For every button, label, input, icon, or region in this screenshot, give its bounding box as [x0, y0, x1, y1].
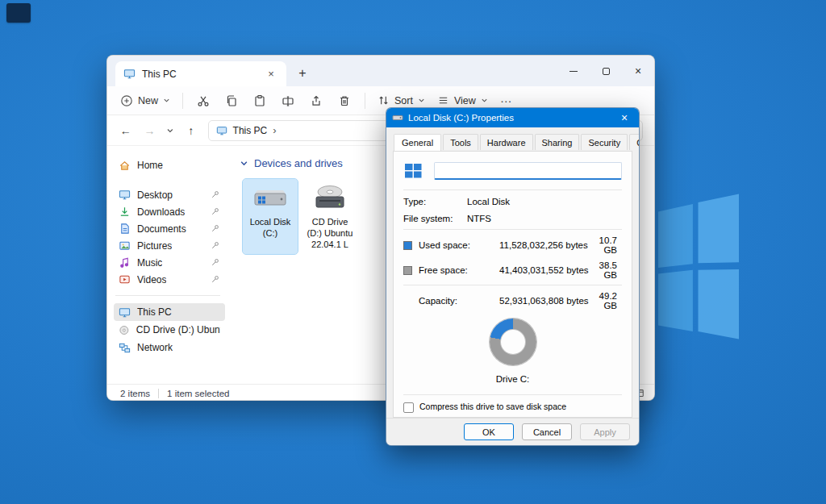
- maximize-button[interactable]: [590, 56, 622, 86]
- sidebar-item-this-pc[interactable]: This PC: [114, 303, 225, 321]
- sidebar-item-downloads[interactable]: Downloads: [114, 203, 225, 220]
- view-button[interactable]: View: [437, 94, 488, 106]
- type-value: Local Disk: [467, 197, 510, 206]
- breadcrumb-chevron[interactable]: ›: [273, 124, 276, 136]
- cut-button[interactable]: [195, 93, 211, 109]
- navigation-pane: Home Desktop Downloads: [107, 146, 228, 384]
- paste-button[interactable]: [252, 93, 268, 109]
- tab-hardware[interactable]: Hardware: [480, 134, 533, 150]
- tab-tools[interactable]: Tools: [443, 134, 478, 150]
- chevron-down-icon: [163, 97, 170, 104]
- pin-icon[interactable]: [210, 257, 220, 268]
- sort-button[interactable]: Sort: [378, 94, 425, 106]
- free-size: 38.5 GB: [594, 260, 622, 280]
- checkbox-box[interactable]: [403, 402, 414, 413]
- status-item-count: 2 items: [120, 389, 150, 398]
- recent-locations-icon[interactable]: [166, 127, 174, 135]
- status-selection: 1 item selected: [167, 389, 229, 398]
- pin-icon[interactable]: [210, 206, 220, 217]
- more-options-button[interactable]: …: [500, 91, 513, 105]
- videos-icon: [119, 273, 131, 285]
- sidebar-item-desktop[interactable]: Desktop: [114, 186, 225, 203]
- view-button-label: View: [454, 95, 476, 106]
- compress-checkbox-row[interactable]: Compress this drive to save disk space: [394, 398, 632, 414]
- sidebar-item-music[interactable]: Music: [114, 254, 225, 271]
- sidebar-item-network[interactable]: Network: [114, 339, 225, 356]
- music-icon: [119, 256, 131, 269]
- dialog-tabs: General Tools Hardware Sharing Security …: [394, 134, 640, 150]
- sidebar-item-pictures[interactable]: Pictures: [114, 237, 225, 254]
- volume-icon: [403, 161, 424, 181]
- usage-donut: [490, 319, 536, 365]
- volume-label-input[interactable]: [434, 162, 622, 180]
- rename-icon: [282, 94, 294, 107]
- copy-icon: [225, 94, 238, 107]
- back-button[interactable]: ←: [119, 124, 133, 137]
- capacity-row: Capacity: 52,931,063,808 bytes 49.2 GB: [394, 288, 632, 313]
- chevron-down-icon: [240, 159, 248, 168]
- breadcrumb-location[interactable]: This PC: [233, 125, 268, 136]
- desktop-icon[interactable]: [6, 3, 31, 23]
- filesystem-row: File system: NTFS: [394, 210, 632, 227]
- dialog-footer: OK Cancel Apply: [386, 418, 639, 445]
- status-divider: [158, 389, 159, 398]
- new-tab-button[interactable]: +: [293, 64, 312, 83]
- cd-drive-tile[interactable]: CD Drive (D:) Ubuntu 22.04.1 L: [302, 179, 357, 254]
- tab-quota[interactable]: Quota: [629, 134, 640, 150]
- chevron-down-icon: [481, 97, 488, 104]
- toolbar-divider: [365, 93, 365, 109]
- drive-icon: [392, 113, 403, 123]
- sidebar-item-videos[interactable]: Videos: [114, 271, 225, 288]
- apply-button[interactable]: Apply: [580, 423, 630, 440]
- cancel-button[interactable]: Cancel: [522, 423, 572, 440]
- space-swatch: [403, 266, 412, 275]
- network-icon: [119, 342, 131, 354]
- pin-icon[interactable]: [210, 240, 220, 251]
- pin-icon[interactable]: [210, 190, 220, 200]
- paste-icon: [253, 94, 266, 107]
- tab-sharing[interactable]: Sharing: [535, 134, 580, 150]
- sidebar-item-documents[interactable]: Documents: [114, 220, 225, 237]
- sidebar-item-cd-drive[interactable]: CD Drive (D:) Ubuntu: [114, 321, 225, 339]
- type-row: Type: Local Disk: [394, 193, 632, 210]
- home-icon: [119, 160, 131, 172]
- drive-label: Drive C:: [496, 374, 530, 384]
- compress-checkbox-label: Compress this drive to save disk space: [419, 402, 566, 413]
- capacity-bytes: 52,931,063,808 bytes: [499, 296, 594, 306]
- desktop: This PC × + × New: [0, 0, 826, 504]
- capacity-size: 49.2 GB: [594, 291, 622, 310]
- ok-button[interactable]: OK: [464, 423, 514, 440]
- share-button[interactable]: [308, 93, 324, 109]
- toolbar-divider: [182, 93, 183, 109]
- tab-security[interactable]: Security: [581, 134, 628, 150]
- up-button[interactable]: ↑: [184, 124, 198, 137]
- filesystem-value: NTFS: [467, 214, 491, 223]
- separator: [403, 190, 622, 190]
- cd-drive-icon: [310, 182, 350, 215]
- pin-icon[interactable]: [210, 274, 220, 285]
- rename-button[interactable]: [280, 93, 296, 109]
- explorer-tab-this-pc[interactable]: This PC ×: [115, 61, 286, 86]
- minimize-button[interactable]: [557, 56, 590, 86]
- tab-general[interactable]: General: [394, 134, 441, 151]
- separator: [403, 285, 622, 285]
- new-button-label: New: [138, 95, 158, 106]
- this-pc-icon: [216, 125, 227, 136]
- index-checkbox-row[interactable]: Allow files on this drive to have conten…: [394, 414, 632, 418]
- cd-disc-icon: [119, 324, 130, 336]
- share-icon: [310, 94, 323, 107]
- sort-icon: [378, 94, 390, 106]
- dialog-close-button[interactable]: ×: [610, 108, 639, 127]
- new-button[interactable]: New: [120, 94, 170, 107]
- copy-button[interactable]: [223, 93, 240, 109]
- sidebar-item-home[interactable]: Home: [114, 156, 225, 175]
- close-button[interactable]: ×: [622, 56, 654, 86]
- tab-close-icon[interactable]: ×: [264, 67, 278, 81]
- windows-logo: [658, 182, 739, 353]
- forward-button[interactable]: →: [143, 124, 157, 137]
- desktop-monitor-icon: [119, 189, 131, 201]
- local-disk-tile[interactable]: Local Disk (C:): [243, 179, 298, 254]
- delete-button[interactable]: [336, 93, 353, 109]
- pin-icon[interactable]: [210, 223, 220, 234]
- usage-chart: Drive C:: [394, 313, 632, 384]
